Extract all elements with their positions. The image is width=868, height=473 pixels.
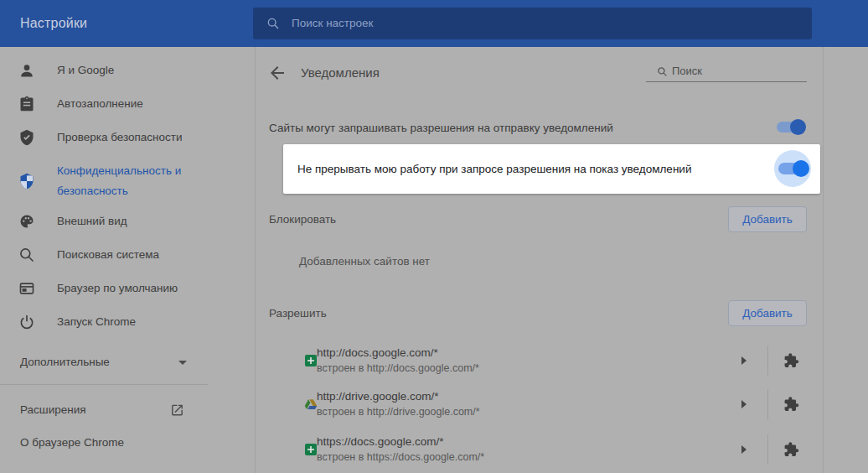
- quieter-messaging-row: Не прерывать мою работу при запросе разр…: [283, 144, 820, 194]
- site-row: http://docs.google.com/* встроен в http:…: [256, 339, 824, 382]
- palette-icon: [18, 213, 35, 230]
- chevron-down-icon: [178, 361, 187, 365]
- sidebar-item-you-and-google[interactable]: Я и Google: [0, 54, 255, 87]
- person-icon: [18, 62, 35, 79]
- expand-arrow-icon[interactable]: [741, 356, 747, 365]
- page-title: Уведомления: [301, 63, 380, 83]
- main-content: Уведомления Поиск Сайты могут запрашиват…: [255, 47, 824, 473]
- row-separator: [767, 346, 768, 376]
- safety-check-icon: [18, 129, 35, 146]
- open-in-new-icon: [170, 403, 184, 418]
- site-row: https://docs.google.com/* встроен в http…: [256, 428, 824, 471]
- quieter-messaging-label: Не прерывать мою работу при запросе разр…: [297, 144, 750, 194]
- site-row: http://drive.google.com/* встроен в http…: [256, 382, 824, 426]
- autofill-icon: [18, 96, 35, 112]
- sidebar-item-on-startup[interactable]: Запуск Chrome: [0, 305, 255, 339]
- site-detail: встроен в http://drive.google.com/*: [317, 406, 480, 418]
- search-icon: [266, 17, 280, 30]
- sheets-icon: [304, 354, 318, 367]
- site-url: http://drive.google.com/*: [317, 390, 439, 403]
- scrollbar-track[interactable]: [824, 47, 868, 473]
- permission-toggle[interactable]: [777, 122, 804, 133]
- page-search-placeholder: Поиск: [672, 62, 702, 81]
- sidebar-item-extensions[interactable]: Расширения: [0, 393, 255, 427]
- app-title: Настройки: [20, 0, 87, 47]
- toggle-thumb: [790, 119, 806, 135]
- sidebar-item-safety-check[interactable]: Проверка безопасности: [0, 121, 255, 154]
- sheets-icon: [304, 443, 318, 456]
- expand-arrow-icon[interactable]: [741, 400, 747, 408]
- settings-search-placeholder: Поиск настроек: [292, 8, 374, 39]
- expand-arrow-icon[interactable]: [741, 445, 747, 454]
- row-separator: [767, 389, 768, 419]
- back-arrow-icon[interactable]: [267, 63, 287, 83]
- privacy-shield-icon: [18, 173, 35, 190]
- block-section-label: Блокировать: [269, 213, 336, 226]
- sidebar: Я и Google Автозаполнение Проверка безоп…: [0, 47, 255, 473]
- search-icon: [18, 247, 35, 263]
- power-icon: [18, 314, 35, 330]
- sidebar-item-search-engine[interactable]: Поисковая система: [0, 238, 255, 272]
- page-search-input[interactable]: Поиск: [646, 62, 807, 82]
- site-url: https://docs.google.com/*: [317, 435, 444, 448]
- extension-puzzle-icon[interactable]: [783, 442, 799, 458]
- sidebar-divider: [0, 384, 208, 385]
- site-url: http://docs.google.com/*: [317, 346, 438, 359]
- block-empty-text: Добавленных сайтов нет: [299, 249, 634, 273]
- block-add-button[interactable]: Добавить: [728, 206, 807, 232]
- sidebar-item-advanced[interactable]: Дополнительные: [0, 346, 255, 379]
- extension-puzzle-icon[interactable]: [783, 397, 799, 413]
- drive-icon: [304, 398, 318, 411]
- row-separator: [767, 434, 768, 465]
- search-icon: [657, 66, 668, 77]
- allow-section-label: Разрешить: [269, 307, 327, 320]
- chrome-settings-window: Настройки Поиск настроек Я и Google Авто…: [0, 0, 868, 473]
- permission-row-label: Сайты могут запрашивать разрешения на от…: [269, 122, 613, 134]
- toggle-thumb: [793, 160, 809, 177]
- toolbar: Настройки Поиск настроек: [0, 0, 868, 47]
- allow-add-button[interactable]: Добавить: [728, 300, 807, 326]
- sidebar-item-autofill[interactable]: Автозаполнение: [0, 87, 255, 121]
- extension-puzzle-icon[interactable]: [783, 353, 799, 369]
- browser-icon: [18, 280, 35, 297]
- sidebar-item-privacy-security[interactable]: Конфиденциальность и безопасность: [0, 158, 255, 205]
- sidebar-item-default-browser[interactable]: Браузер по умолчанию: [0, 272, 255, 305]
- site-detail: встроен в http://docs.google.com/*: [317, 362, 479, 374]
- sidebar-item-appearance[interactable]: Внешний вид: [0, 205, 255, 238]
- sidebar-item-about-chrome[interactable]: О браузере Chrome: [0, 426, 255, 460]
- settings-search-input[interactable]: Поиск настроек: [253, 8, 812, 39]
- quieter-messaging-toggle[interactable]: [778, 163, 807, 174]
- site-detail: встроен в https://docs.google.com/*: [317, 451, 484, 463]
